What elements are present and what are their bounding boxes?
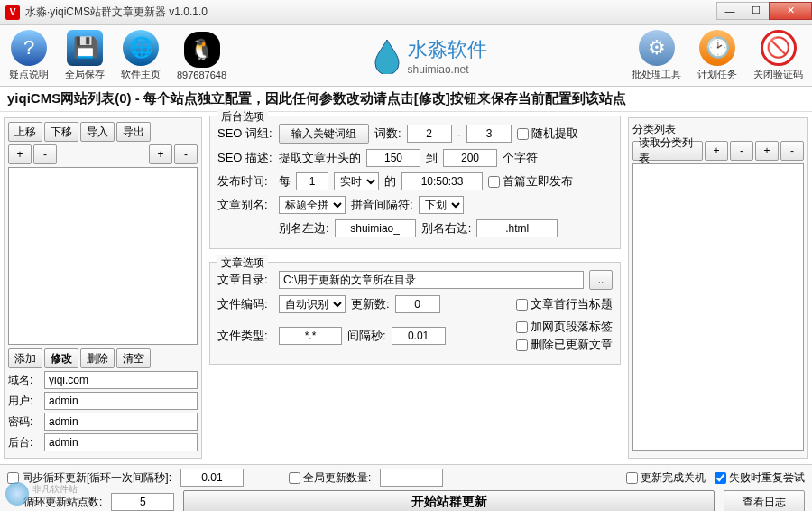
global-count-check[interactable]: 全局更新数量: xyxy=(289,470,371,486)
word-count-label: 词数: xyxy=(374,125,401,142)
cat-minus-2[interactable]: - xyxy=(780,141,804,161)
article-options: 文章选项 文章目录: .. 文件编码: 自动识别 更新数: 文章首行当标题 文件… xyxy=(209,262,621,365)
word-count-to[interactable] xyxy=(466,125,512,143)
publish-label: 发布时间: xyxy=(217,173,273,190)
pinyin-sep-select[interactable]: 下划 xyxy=(419,196,464,214)
publish-n[interactable] xyxy=(296,172,328,190)
publish-first-check[interactable]: 首篇立即发布 xyxy=(488,173,573,190)
first-title-check[interactable]: 文章首行当标题 xyxy=(516,296,613,312)
move-down-button[interactable]: 下移 xyxy=(44,122,78,142)
seo-word-button[interactable]: 输入关键词组 xyxy=(279,124,369,144)
category-panel: 分类列表 读取分类列表 + - + - xyxy=(628,117,808,459)
publish-realtime-select[interactable]: 实时 xyxy=(334,172,379,190)
alias-right-input[interactable] xyxy=(476,219,558,237)
close-button[interactable]: ✕ xyxy=(769,2,812,20)
seo-desc-from[interactable] xyxy=(366,149,420,167)
brand: 水淼软件 shuimiao.net xyxy=(372,36,487,76)
retry-check[interactable]: 失败时重复尝试 xyxy=(715,470,805,486)
filetype-input[interactable] xyxy=(279,327,342,345)
domain-input[interactable] xyxy=(44,371,198,389)
dir-input[interactable] xyxy=(279,271,584,289)
log-button[interactable]: 查看日志 xyxy=(724,490,805,511)
home-button[interactable]: 🌐 软件主页 xyxy=(121,30,161,81)
clock-icon: 🕑 xyxy=(699,30,735,66)
help-label: 疑点说明 xyxy=(9,68,49,81)
qq-icon: 🐧 xyxy=(184,32,220,68)
alias-left-label: 别名左边: xyxy=(279,220,329,237)
home-label: 软件主页 xyxy=(121,68,161,81)
site-list-panel: 上移 下移 导入 导出 + - + - 添加 修改 删除 清空 域名: 用户: … xyxy=(4,117,202,459)
schedule-button[interactable]: 🕑 计划任务 xyxy=(697,30,737,81)
plus-button-1[interactable]: + xyxy=(8,144,32,164)
add-tag-check[interactable]: 加网页段落标签 xyxy=(516,319,613,335)
site-listbox[interactable] xyxy=(8,167,198,345)
publish-time[interactable] xyxy=(401,172,483,190)
alias-mode-select[interactable]: 标题全拼 xyxy=(279,196,346,214)
alias-left-input[interactable] xyxy=(335,219,416,237)
encoding-select[interactable]: 自动识别 xyxy=(279,295,346,313)
filetype-label: 文件类型: xyxy=(217,328,273,344)
window-title: 水淼·yiqiCMS站群文章更新器 v1.0.1.0 xyxy=(25,5,717,20)
cat-plus-2[interactable]: + xyxy=(755,141,779,161)
global-count-input[interactable] xyxy=(380,469,443,487)
brand-en: shuimiao.net xyxy=(408,63,487,76)
titlebar: V 水淼·yiqiCMS站群文章更新器 v1.0.1.0 — ☐ ✕ xyxy=(0,0,812,25)
seo-word-label: SEO 词组: xyxy=(217,125,273,142)
seo-desc-label: SEO 描述: xyxy=(217,150,273,166)
loop-val-input[interactable] xyxy=(111,493,174,511)
minus-button-1[interactable]: - xyxy=(33,144,57,164)
help-button[interactable]: ? 疑点说明 xyxy=(9,30,49,81)
domain-label: 域名: xyxy=(8,373,41,388)
browse-button[interactable]: .. xyxy=(589,270,613,290)
batch-button[interactable]: ⚙ 批处理工具 xyxy=(632,30,681,81)
help-icon: ? xyxy=(11,30,47,66)
save-button[interactable]: 💾 全局保存 xyxy=(65,30,105,81)
captcha-button[interactable]: 🚫 关闭验证码 xyxy=(753,30,803,81)
user-label: 用户: xyxy=(8,394,41,409)
encoding-label: 文件编码: xyxy=(217,296,273,312)
modify-button[interactable]: 修改 xyxy=(44,348,78,368)
read-category-button[interactable]: 读取分类列表 xyxy=(632,141,703,161)
word-count-from[interactable] xyxy=(407,125,452,143)
maximize-button[interactable]: ☐ xyxy=(743,2,770,20)
save-icon: 💾 xyxy=(67,30,103,66)
brand-logo-icon xyxy=(372,38,402,74)
sync-val-input[interactable] xyxy=(180,469,244,487)
update-count-label: 更新数: xyxy=(351,296,390,312)
pass-input[interactable] xyxy=(44,413,198,431)
pass-label: 密码: xyxy=(8,414,41,430)
brand-cn: 水淼软件 xyxy=(408,36,487,63)
cat-minus-1[interactable]: - xyxy=(730,141,753,161)
interval-input[interactable] xyxy=(392,327,446,345)
export-button[interactable]: 导出 xyxy=(116,122,151,142)
user-input[interactable] xyxy=(44,392,198,410)
del-updated-check[interactable]: 删除已更新文章 xyxy=(516,337,613,353)
plus-button-2[interactable]: + xyxy=(149,144,172,164)
alias-right-label: 别名右边: xyxy=(421,220,472,237)
footer: 同步循环更新[循环一次间隔秒]: 全局更新数量: 更新完成关机 失败时重复尝试 … xyxy=(0,464,812,511)
dir-label: 文章目录: xyxy=(217,272,273,288)
qq-button[interactable]: 🐧 897687648 xyxy=(177,32,226,80)
import-button[interactable]: 导入 xyxy=(80,122,115,142)
move-up-button[interactable]: 上移 xyxy=(8,122,42,142)
add-button[interactable]: 添加 xyxy=(8,348,42,368)
interval-label: 间隔秒: xyxy=(347,328,386,344)
start-button[interactable]: 开始站群更新 xyxy=(183,490,715,511)
pinyin-sep-label: 拼音间隔符: xyxy=(351,197,413,213)
schedule-label: 计划任务 xyxy=(697,68,737,81)
admin-input[interactable] xyxy=(44,433,198,451)
seo-desc-to[interactable] xyxy=(443,149,497,167)
clear-button[interactable]: 清空 xyxy=(116,348,151,368)
random-extract-check[interactable]: 随机提取 xyxy=(517,125,578,142)
update-count-input[interactable] xyxy=(395,295,440,313)
category-listbox[interactable] xyxy=(632,163,804,451)
cat-plus-1[interactable]: + xyxy=(705,141,728,161)
batch-label: 批处理工具 xyxy=(632,68,681,81)
minus-button-2[interactable]: - xyxy=(174,144,198,164)
alias-label: 文章别名: xyxy=(217,197,273,213)
delete-button[interactable]: 删除 xyxy=(80,348,115,368)
captcha-label: 关闭验证码 xyxy=(753,68,803,81)
minimize-button[interactable]: — xyxy=(716,2,743,20)
shutdown-check[interactable]: 更新完成关机 xyxy=(626,470,706,486)
gear-icon: ⚙ xyxy=(639,30,675,66)
